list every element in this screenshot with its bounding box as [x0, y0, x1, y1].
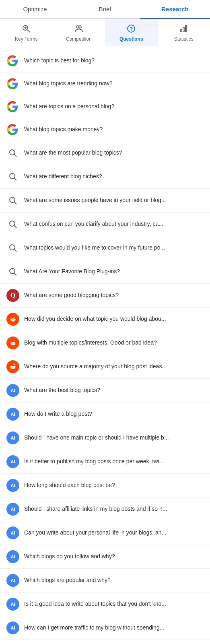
question-text: Is it a good idea to write about topics … [24, 600, 204, 608]
ai-icon: AI [6, 431, 19, 444]
ai-icon: AI [6, 408, 19, 421]
question-text: Where do you source a majority of your b… [24, 363, 204, 371]
question-text: Should I have one main topic or should I… [24, 434, 204, 442]
sub-tabs: Key Terms Competition ? Questions [0, 19, 210, 46]
list-item[interactable]: What confusion can you clarify about you… [0, 213, 210, 236]
svg-text:?: ? [130, 26, 133, 32]
list-item[interactable]: What are the most popular blog topics? [0, 141, 210, 165]
list-item[interactable]: Q What are some good blogging topics? [0, 284, 210, 308]
question-text: How long should each blog post be? [24, 481, 204, 489]
svg-point-21 [10, 268, 15, 274]
list-item[interactable]: What blog topics make money? [0, 118, 210, 141]
search-icon [6, 147, 19, 159]
list-item[interactable]: AI Which blogs do you follow and why? [0, 545, 210, 569]
svg-point-5 [79, 26, 81, 28]
list-item[interactable]: What are topics on a personal blog? [0, 95, 210, 118]
svg-point-17 [10, 221, 15, 226]
question-text: What are different blog niches? [24, 173, 204, 181]
quora-icon: Q [6, 289, 19, 302]
list-item[interactable]: AI How do I write a blog post? [0, 402, 210, 426]
ai-icon: AI [6, 550, 19, 563]
list-item[interactable]: AI Is it better to publish my blog posts… [0, 450, 210, 474]
question-text: Which blogs do you follow and why? [24, 553, 204, 561]
svg-line-22 [14, 273, 17, 276]
list-item[interactable]: How did you decide on what topic you wou… [0, 308, 210, 331]
svg-rect-8 [181, 29, 182, 32]
list-item[interactable]: AI How can I get more traffic to my blog… [0, 616, 210, 640]
question-text: Can you write about your personal life i… [24, 529, 204, 537]
question-text: What blog topics make money? [24, 126, 204, 134]
reddit-icon [6, 336, 19, 349]
question-text: What are topics on a personal blog? [24, 103, 204, 111]
ai-icon: AI [6, 384, 19, 397]
google-icon [6, 78, 19, 90]
question-text: Should I share affiliate links in my blo… [24, 505, 204, 513]
tab-research[interactable]: Research [140, 0, 210, 18]
subtab-competition[interactable]: Competition [53, 19, 105, 46]
list-item[interactable]: AI What are the best blog topics? [0, 379, 210, 402]
question-text: What are the most popular blog topics? [24, 149, 204, 157]
subtab-questions[interactable]: ? Questions [105, 19, 158, 46]
list-item[interactable]: What are some issues people have in your… [0, 189, 210, 213]
list-item[interactable]: AI Which blogs are popular and why? [0, 569, 210, 592]
svg-line-14 [14, 178, 17, 181]
tab-optimize[interactable]: Optimize [0, 0, 70, 18]
statistics-icon [179, 24, 189, 35]
svg-point-11 [10, 150, 15, 155]
svg-point-13 [10, 173, 15, 179]
question-text: What are the best blog topics? [24, 386, 204, 394]
ai-icon: AI [6, 621, 19, 634]
subtab-questions-label: Questions [119, 36, 143, 42]
ai-icon: AI [6, 598, 19, 611]
question-text: What Are Your Favorite Blog Plug-ins? [24, 268, 204, 276]
list-item[interactable]: AI Should I have one main topic or shoul… [0, 426, 210, 450]
subtab-statistics-label: Statistics [174, 36, 194, 42]
question-text: Is it better to publish my blog posts on… [24, 458, 204, 466]
list-item[interactable]: AI Is it a good idea to write about topi… [0, 592, 210, 616]
subtab-statistics[interactable]: Statistics [158, 19, 210, 46]
list-item[interactable]: Blog with multiple topics/interests. Goo… [0, 331, 210, 355]
svg-rect-9 [183, 27, 184, 32]
question-text: How can I get more traffic to my blog wi… [24, 624, 204, 632]
ai-icon: AI [6, 455, 19, 468]
svg-line-1 [27, 30, 30, 32]
question-text: What confusion can you clarify about you… [24, 220, 204, 228]
search-icon [6, 194, 19, 207]
key-terms-icon [21, 24, 31, 35]
tab-brief[interactable]: Brief [70, 0, 140, 18]
question-text: What blog topics are trending now? [24, 80, 204, 88]
search-icon [6, 170, 19, 183]
subtab-key-terms-label: Key Terms [15, 36, 37, 42]
question-text: How do I write a blog post? [24, 410, 204, 418]
svg-line-18 [14, 226, 17, 228]
competition-icon [74, 24, 84, 35]
questions-icon: ? [126, 24, 136, 35]
subtab-key-terms[interactable]: Key Terms [0, 19, 53, 46]
list-item[interactable]: What topics would you like me to cover i… [0, 236, 210, 260]
ai-icon: AI [6, 479, 19, 492]
search-icon [6, 242, 19, 254]
list-item[interactable]: AI How long should each blog post be? [0, 474, 210, 497]
svg-line-16 [14, 202, 17, 204]
top-tabs: Optimize Brief Research [0, 0, 210, 19]
list-item[interactable]: Where do you source a majority of your b… [0, 355, 210, 379]
search-icon [6, 265, 19, 278]
ai-icon: AI [6, 526, 19, 539]
google-icon [6, 55, 19, 67]
question-text: How did you decide on what topic you wou… [24, 315, 204, 323]
subtab-competition-label: Competition [66, 36, 92, 42]
svg-point-19 [10, 245, 15, 250]
list-item[interactable]: What blog topics are trending now? [0, 72, 210, 95]
questions-list: Which topic is best for blog? What blog … [0, 46, 210, 643]
ai-icon: AI [6, 503, 19, 516]
list-item[interactable]: AI Should I share affiliate links in my … [0, 497, 210, 521]
list-item[interactable]: AI Can you write about your personal lif… [0, 521, 210, 545]
google-icon [6, 101, 19, 113]
question-text: What are some good blogging topics? [24, 291, 204, 299]
list-item[interactable]: What Are Your Favorite Blog Plug-ins? [0, 260, 210, 284]
reddit-icon [6, 360, 19, 373]
svg-rect-10 [185, 25, 187, 32]
list-item[interactable]: What are different blog niches? [0, 165, 210, 189]
svg-line-12 [14, 155, 17, 157]
list-item[interactable]: Which topic is best for blog? [0, 50, 210, 72]
